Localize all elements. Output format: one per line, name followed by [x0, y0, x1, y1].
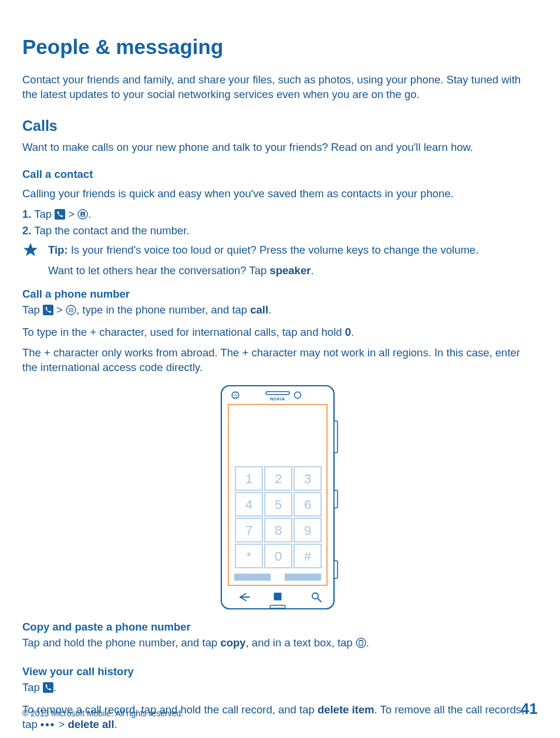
- tip-block: Tip: Is your friend's voice too loud or …: [22, 243, 538, 284]
- svg-text:9: 9: [304, 523, 311, 538]
- svg-rect-49: [234, 574, 271, 581]
- call-number-line3: The + character only works from abroad. …: [22, 346, 538, 375]
- chevron: >: [68, 208, 77, 220]
- dialpad-circle-icon: [66, 305, 76, 319]
- svg-text:2: 2: [275, 471, 282, 486]
- copy-c: .: [366, 636, 369, 649]
- step-1-end: .: [88, 208, 91, 220]
- svg-rect-51: [274, 593, 278, 597]
- hist-rem-all: delete all: [68, 718, 114, 730]
- tip-2-speaker: speaker: [269, 264, 311, 277]
- svg-rect-54: [278, 597, 282, 600]
- step-2: 2. Tap the contact and the number.: [22, 224, 538, 238]
- svg-text:7: 7: [245, 523, 252, 538]
- cn2-a: To type in the + character, used for int…: [22, 326, 345, 338]
- phone-illustration: NOKIA 123456789*0#: [22, 385, 538, 610]
- step-2-num: 2.: [22, 224, 31, 237]
- brand-label: NOKIA: [270, 397, 285, 401]
- svg-text:#: #: [304, 549, 312, 564]
- cn1-a: Tap: [22, 304, 43, 316]
- subhead-history: View your call history: [22, 665, 538, 678]
- svg-rect-53: [274, 597, 278, 600]
- hist-tap-b: .: [53, 681, 56, 693]
- subhead-call-number: Call a phone number: [22, 288, 538, 301]
- copy-line: Tap and hold the phone number, and tap c…: [22, 636, 538, 652]
- copy-a: Tap and hold the phone number, and tap: [22, 636, 220, 649]
- svg-rect-19: [334, 490, 338, 508]
- hist-rem-gt: >: [55, 718, 68, 730]
- step-1-text-a: Tap: [34, 208, 55, 220]
- call-number-line2: To type in the + character, used for int…: [22, 325, 538, 340]
- svg-rect-20: [334, 561, 338, 578]
- cn2-zero: 0: [345, 326, 351, 338]
- hist-tap-a: Tap: [22, 681, 43, 693]
- svg-text:0: 0: [275, 549, 282, 564]
- subhead-call-contact: Call a contact: [22, 168, 538, 181]
- step-1-num: 1.: [22, 208, 31, 220]
- svg-text:6: 6: [304, 497, 311, 512]
- step-2-text: Tap the contact and the number.: [31, 224, 189, 237]
- phone-tile-icon: [55, 209, 65, 224]
- svg-rect-57: [270, 605, 285, 608]
- svg-text:5: 5: [275, 497, 282, 512]
- tip-label: Tip:: [48, 244, 71, 256]
- svg-text:3: 3: [304, 471, 311, 486]
- svg-rect-18: [334, 421, 338, 453]
- svg-text:1: 1: [245, 471, 252, 486]
- copyright: © 2013 Microsoft Mobile. All rights rese…: [22, 709, 183, 718]
- subhead-copy: Copy and paste a phone number: [22, 621, 538, 633]
- chevron: >: [56, 304, 66, 316]
- copy-copy: copy: [220, 636, 245, 649]
- tip-2-c: .: [311, 264, 313, 277]
- svg-text:8: 8: [275, 523, 282, 538]
- contacts-circle-icon: [77, 209, 88, 224]
- footer: © 2013 Microsoft Mobile. All rights rese…: [22, 700, 538, 718]
- hist-rem-c: .: [114, 718, 117, 730]
- call-number-line1: Tap > , type in the phone number, and ta…: [22, 303, 538, 319]
- svg-text:4: 4: [245, 497, 252, 512]
- cn1-c: .: [268, 304, 271, 316]
- step-1: 1. Tap > .: [22, 207, 538, 224]
- cn1-call: call: [250, 304, 268, 316]
- tip-1: Is your friend's voice too loud or quiet…: [71, 244, 479, 256]
- section-calls: Calls: [22, 117, 538, 134]
- svg-rect-52: [278, 593, 282, 597]
- paste-circle-icon: [356, 638, 366, 652]
- star-icon: [22, 242, 39, 261]
- more-icon: •••: [41, 718, 55, 730]
- history-tap: Tap .: [22, 680, 538, 697]
- svg-rect-50: [285, 574, 321, 581]
- page-number: 41: [521, 700, 538, 718]
- tip-2-a: Want to let others hear the conversation…: [48, 264, 269, 277]
- phone-tile-icon: [43, 682, 53, 697]
- calls-intro: Want to make calls on your new phone and…: [22, 140, 538, 155]
- svg-text:*: *: [247, 549, 252, 564]
- page-title: People & messaging: [22, 35, 538, 59]
- copy-b: , and in a text box, tap: [246, 636, 356, 649]
- call-contact-intro: Calling your friends is quick and easy w…: [22, 187, 538, 201]
- intro-text: Contact your friends and family, and sha…: [22, 73, 538, 102]
- cn2-b: .: [351, 326, 354, 338]
- phone-tile-icon: [43, 305, 53, 319]
- cn1-b: , type in the phone number, and tap: [76, 304, 250, 316]
